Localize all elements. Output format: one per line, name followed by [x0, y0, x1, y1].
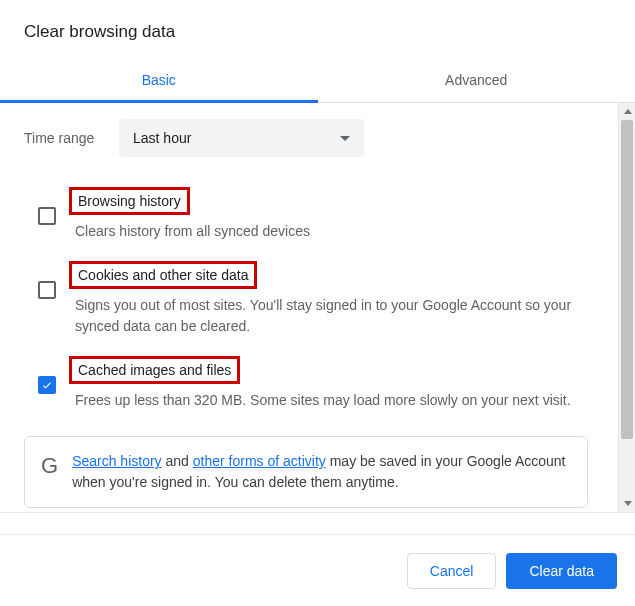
time-range-row: Time range Last hour — [24, 119, 588, 157]
option-cookies: Cookies and other site data Signs you ou… — [24, 251, 588, 346]
google-account-info-text: Search history and other forms of activi… — [72, 451, 571, 493]
cancel-button[interactable]: Cancel — [407, 553, 497, 589]
clear-browsing-data-dialog: Clear browsing data Basic Advanced Time … — [0, 0, 635, 606]
option-cached-desc: Frees up less than 320 MB. Some sites ma… — [69, 390, 588, 410]
vertical-scrollbar[interactable] — [618, 103, 635, 512]
tab-advanced[interactable]: Advanced — [318, 60, 636, 102]
time-range-label: Time range — [24, 130, 119, 146]
chevron-down-icon — [340, 136, 350, 141]
option-cookies-desc: Signs you out of most sites. You'll stay… — [69, 295, 588, 336]
dialog-footer: Cancel Clear data — [0, 534, 635, 606]
link-other-activity[interactable]: other forms of activity — [193, 453, 326, 469]
time-range-select[interactable]: Last hour — [119, 119, 364, 157]
dialog-title: Clear browsing data — [0, 0, 635, 60]
link-search-history[interactable]: Search history — [72, 453, 161, 469]
tab-basic[interactable]: Basic — [0, 60, 318, 102]
arrow-up-icon — [624, 109, 632, 114]
google-icon: G — [41, 451, 58, 477]
checkbox-browsing-history[interactable] — [38, 207, 56, 225]
content: Time range Last hour Browsing history Cl… — [0, 103, 612, 508]
option-cached-title: Cached images and files — [69, 356, 240, 384]
option-browsing-history-desc: Clears history from all synced devices — [69, 221, 588, 241]
time-range-value: Last hour — [133, 130, 191, 146]
scroll-up-button[interactable] — [619, 103, 635, 120]
scroll-down-button[interactable] — [619, 495, 635, 512]
tabs: Basic Advanced — [0, 60, 635, 103]
option-cached: Cached images and files Frees up less th… — [24, 346, 588, 420]
option-browsing-history: Browsing history Clears history from all… — [24, 177, 588, 251]
clear-data-button[interactable]: Clear data — [506, 553, 617, 589]
scroll-area: Time range Last hour Browsing history Cl… — [0, 103, 635, 513]
google-account-info: G Search history and other forms of acti… — [24, 436, 588, 508]
option-cookies-title: Cookies and other site data — [69, 261, 257, 289]
arrow-down-icon — [624, 501, 632, 506]
scrollbar-thumb[interactable] — [621, 120, 633, 439]
scrollbar-track[interactable] — [619, 120, 635, 495]
checkbox-cached[interactable] — [38, 376, 56, 394]
checkbox-cookies[interactable] — [38, 281, 56, 299]
info-text-1: and — [162, 453, 193, 469]
option-browsing-history-title: Browsing history — [69, 187, 190, 215]
